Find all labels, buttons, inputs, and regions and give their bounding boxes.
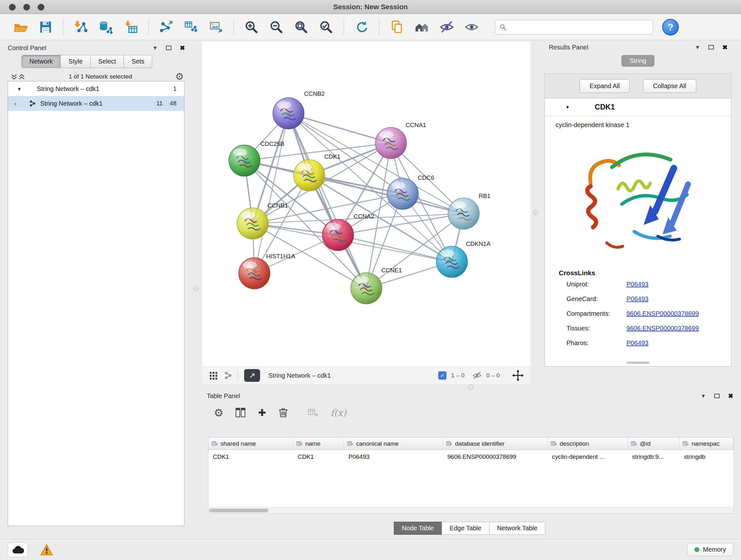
tab-edge-table[interactable]: Edge Table xyxy=(442,522,489,535)
panel-collapse-icon[interactable]: ▼ xyxy=(700,393,706,399)
network-canvas[interactable]: CCNB2CCNA1CDC25BCDK1CDC6RB1CCNB1CCNA2CDK… xyxy=(202,42,530,367)
apply-layout-button[interactable] xyxy=(351,17,372,38)
table-settings-gear-icon[interactable]: ⚙ xyxy=(214,408,223,418)
pan-crosshair-icon[interactable] xyxy=(512,369,524,381)
expand-all-icon[interactable] xyxy=(18,73,25,80)
crosslink-value[interactable]: 9606.ENSP00000378699 xyxy=(626,310,699,317)
table-row[interactable]: CDK1 CDK1 P06493 9606.ENSP00000378699 cy… xyxy=(208,450,734,464)
function-builder-icon[interactable]: f(x) xyxy=(331,408,347,418)
new-network-button[interactable] xyxy=(156,17,177,38)
column-header[interactable]: name xyxy=(293,438,344,449)
scrollbar-thumb[interactable] xyxy=(626,361,650,364)
network-edge[interactable] xyxy=(288,113,391,143)
column-header[interactable]: description xyxy=(548,438,628,449)
panel-close-icon[interactable]: ✖ xyxy=(728,393,733,399)
network-node-hist1h1a[interactable] xyxy=(239,258,270,289)
network-edge[interactable] xyxy=(288,113,366,288)
panel-close-icon[interactable]: ✖ xyxy=(180,45,185,51)
home-button[interactable] xyxy=(411,17,432,38)
network-node-rb1[interactable] xyxy=(448,198,479,229)
tab-network-table[interactable]: Network Table xyxy=(489,522,545,535)
column-header[interactable]: shared name xyxy=(208,438,293,449)
warning-button[interactable] xyxy=(37,543,57,557)
crosslink-value[interactable]: P06493 xyxy=(626,295,649,303)
tree-expand-icon[interactable]: ▼ xyxy=(17,86,22,91)
panel-float-icon[interactable] xyxy=(709,45,714,50)
new-network-table-button[interactable] xyxy=(181,17,202,38)
network-row[interactable]: ● String Network – cdk1 11 48 xyxy=(8,96,184,111)
panel-close-icon[interactable]: ✖ xyxy=(722,44,728,51)
tab-style[interactable]: Style xyxy=(60,55,90,68)
import-table-file-button[interactable] xyxy=(120,17,141,38)
selected-checkbox-icon[interactable]: ✓ xyxy=(438,371,447,380)
network-node-cdc6[interactable] xyxy=(387,178,418,209)
column-header[interactable]: canonical name xyxy=(344,438,443,449)
panel-collapse-icon[interactable]: ▼ xyxy=(152,45,158,51)
network-node-ccnb2[interactable] xyxy=(273,98,304,129)
gear-icon[interactable]: ⚙ xyxy=(175,72,184,81)
minimize-window-button[interactable] xyxy=(23,4,30,10)
tab-select[interactable]: Select xyxy=(90,55,124,68)
zoom-selected-button[interactable] xyxy=(316,17,337,38)
panel-float-icon[interactable] xyxy=(714,394,720,398)
delete-column-trash-icon[interactable] xyxy=(277,407,290,419)
crosslink-value[interactable]: P06493 xyxy=(626,339,649,347)
network-node-cdk1[interactable] xyxy=(293,160,325,191)
column-header[interactable]: database identifier xyxy=(443,438,548,449)
network-collection-row[interactable]: ▼ String Network – cdk1 1 xyxy=(8,81,184,96)
crosslink-value[interactable]: 9606.ENSP00000378699 xyxy=(626,325,699,332)
export-image-button[interactable] xyxy=(205,17,226,38)
cloud-status-button[interactable] xyxy=(8,543,28,557)
column-header[interactable]: @id xyxy=(628,438,679,449)
network-node-ccna1[interactable] xyxy=(375,127,407,159)
gene-symbol: CDK1 xyxy=(595,103,615,111)
gene-header-row[interactable]: ▼ CDK1 xyxy=(545,98,731,116)
zoom-out-button[interactable] xyxy=(266,17,287,38)
grid-view-icon[interactable] xyxy=(209,371,218,380)
help-button[interactable]: ? xyxy=(662,19,679,36)
scrollbar-thumb[interactable] xyxy=(209,509,268,512)
tab-node-table[interactable]: Node Table xyxy=(394,522,442,535)
show-columns-icon[interactable] xyxy=(234,407,247,419)
add-column-icon[interactable]: ✚ xyxy=(258,408,266,418)
panel-float-icon[interactable] xyxy=(166,46,172,50)
network-edge[interactable] xyxy=(254,113,288,273)
collapse-gene-icon[interactable]: ▼ xyxy=(565,105,570,110)
panel-collapse-icon[interactable]: ▼ xyxy=(695,45,700,50)
import-network-file-button[interactable] xyxy=(71,17,91,38)
zoom-fit-button[interactable] xyxy=(291,17,312,38)
column-header[interactable]: namespac xyxy=(679,438,734,449)
network-node-ccna2[interactable] xyxy=(322,219,354,251)
network-edge[interactable] xyxy=(338,235,452,262)
delete-table-icon[interactable] xyxy=(307,407,320,419)
network-view-icon[interactable] xyxy=(223,371,233,380)
search-input[interactable] xyxy=(509,23,649,30)
vertical-splitter-handle[interactable] xyxy=(193,286,199,291)
open-session-button[interactable] xyxy=(10,17,31,38)
expand-all-button[interactable]: Expand All xyxy=(580,79,630,93)
horizontal-splitter-handle[interactable] xyxy=(468,384,474,390)
network-node-ccnb1[interactable] xyxy=(237,208,268,239)
vertical-splitter-handle[interactable] xyxy=(533,210,538,215)
memory-button[interactable]: Memory xyxy=(687,543,733,556)
zoom-window-button[interactable] xyxy=(38,4,44,10)
tab-network[interactable]: Network xyxy=(21,55,61,68)
tab-sets[interactable]: Sets xyxy=(124,55,152,68)
hide-selected-button[interactable] xyxy=(436,17,457,38)
detach-view-button[interactable]: ↗ xyxy=(244,369,260,382)
network-node-cdc25b[interactable] xyxy=(229,145,260,176)
cell-id: stringdb:9... xyxy=(628,453,679,460)
horizontal-scrollbar[interactable] xyxy=(208,507,734,513)
close-window-button[interactable] xyxy=(9,4,16,10)
network-node-cdkn1a[interactable] xyxy=(436,246,468,277)
collapse-all-button[interactable]: Collapse All xyxy=(643,79,696,93)
network-node-ccne1[interactable] xyxy=(351,273,382,304)
import-network-database-button[interactable] xyxy=(95,17,117,38)
collapse-all-icon[interactable] xyxy=(10,73,18,80)
crosslink-value[interactable]: P06493 xyxy=(626,281,649,288)
save-session-button[interactable] xyxy=(35,17,56,38)
clipboard-button[interactable] xyxy=(387,17,408,38)
zoom-in-button[interactable] xyxy=(241,17,262,38)
tab-string[interactable]: String xyxy=(621,55,655,67)
show-all-button[interactable] xyxy=(461,17,482,38)
